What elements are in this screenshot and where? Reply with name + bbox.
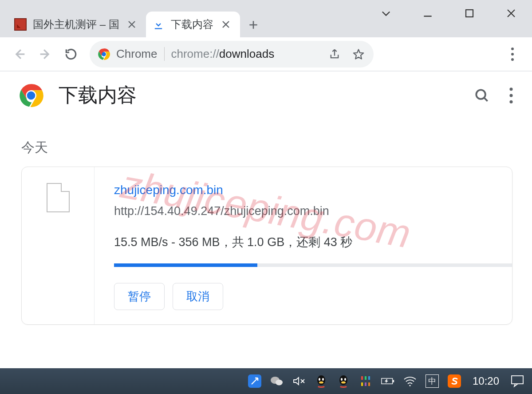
progress-bar: [114, 263, 512, 267]
svg-point-22: [339, 375, 347, 385]
window-caret-button[interactable]: [365, 0, 407, 27]
svg-rect-27: [365, 376, 366, 380]
address-bar[interactable]: Chrome chrome://downloads: [90, 41, 374, 68]
volume-mute-icon[interactable]: [292, 368, 306, 394]
svg-point-17: [276, 380, 283, 386]
wifi-icon[interactable]: [403, 368, 417, 394]
svg-point-21: [319, 382, 323, 384]
chrome-icon: [98, 48, 110, 60]
svg-point-4: [102, 52, 106, 56]
qq-icon[interactable]: [315, 368, 328, 394]
svg-point-7: [511, 58, 514, 61]
back-button[interactable]: [8, 43, 31, 66]
sogou-icon[interactable]: [448, 368, 461, 394]
wechat-icon[interactable]: [270, 368, 284, 394]
taskbar: 中 10:20: [0, 368, 532, 394]
downloads-page: zhujiceping.com 下载内容 今天: [0, 72, 532, 368]
svg-point-6: [511, 53, 514, 56]
tray-colorbars-icon[interactable]: [359, 368, 372, 394]
omnibox-chip: Chrome: [116, 47, 165, 61]
download-url: http://154.40.49.247/zhujiceping.com.bin: [114, 204, 512, 218]
pause-button[interactable]: 暂停: [114, 283, 165, 310]
svg-rect-30: [365, 382, 366, 386]
svg-rect-29: [361, 382, 363, 386]
toolbar: Chrome chrome://downloads: [0, 37, 532, 71]
browser-menu-button[interactable]: [501, 43, 524, 66]
svg-point-14: [509, 100, 512, 103]
tray-app-icon[interactable]: [248, 368, 261, 394]
tab-active[interactable]: 下载内容: [146, 12, 240, 37]
omnibox-url: chrome://downloads: [171, 47, 274, 61]
window-controls: [365, 0, 532, 27]
battery-icon[interactable]: [381, 368, 394, 394]
download-icon: [152, 18, 165, 31]
system-tray: 中 10:20: [248, 368, 532, 394]
window-minimize-button[interactable]: [407, 0, 449, 27]
tab-strip: 国外主机测评 – 国 下载内容: [8, 8, 264, 37]
svg-point-18: [317, 375, 325, 385]
card-icon-area: [22, 167, 95, 324]
new-tab-button[interactable]: [243, 14, 264, 36]
forward-button[interactable]: [34, 43, 57, 66]
download-card: zhujiceping.com.bin http://154.40.49.247…: [21, 167, 512, 325]
window-maximize-button[interactable]: [449, 0, 490, 27]
cancel-button[interactable]: 取消: [173, 283, 223, 310]
svg-point-5: [511, 48, 514, 50]
window-close-button[interactable]: [490, 0, 532, 27]
tab-favicon: [14, 18, 27, 31]
progress-fill: [114, 263, 257, 267]
download-status: 15.5 MB/s - 356 MB，共 1.0 GB，还剩 43 秒: [114, 234, 512, 250]
svg-point-10: [27, 91, 35, 99]
tab-close-icon[interactable]: [126, 18, 138, 31]
chrome-icon: [19, 83, 43, 108]
svg-point-24: [344, 378, 346, 381]
share-icon[interactable]: [326, 48, 343, 60]
action-center-icon[interactable]: [511, 368, 524, 394]
svg-point-20: [322, 378, 324, 381]
search-icon[interactable]: [473, 87, 490, 104]
section-today: 今天: [21, 139, 532, 157]
tab-close-icon[interactable]: [220, 18, 232, 31]
taskbar-clock[interactable]: 10:20: [470, 368, 502, 394]
svg-rect-33: [393, 380, 394, 382]
reload-button[interactable]: [59, 43, 83, 66]
svg-rect-0: [466, 10, 473, 17]
file-icon: [47, 183, 70, 212]
bookmark-star-icon[interactable]: [350, 48, 367, 60]
page-header: 下载内容: [0, 72, 532, 119]
svg-point-19: [319, 378, 320, 381]
tab-label: 下载内容: [171, 17, 213, 32]
svg-rect-31: [368, 382, 370, 386]
tab-inactive[interactable]: 国外主机测评 – 国: [8, 12, 146, 37]
ime-indicator[interactable]: 中: [426, 368, 439, 394]
svg-rect-36: [512, 376, 523, 384]
download-filename[interactable]: zhujiceping.com.bin: [114, 183, 512, 197]
page-title: 下载内容: [59, 82, 137, 108]
svg-point-12: [509, 88, 512, 91]
svg-point-25: [341, 382, 346, 384]
qq-icon[interactable]: [337, 368, 350, 394]
tab-label: 国外主机测评 – 国: [33, 17, 119, 32]
svg-point-13: [509, 94, 512, 97]
svg-point-34: [409, 385, 410, 386]
svg-rect-26: [361, 376, 363, 380]
titlebar: 国外主机测评 – 国 下载内容: [0, 0, 532, 37]
svg-rect-28: [368, 376, 370, 380]
more-menu-icon[interactable]: [509, 87, 513, 104]
svg-point-23: [341, 378, 343, 381]
